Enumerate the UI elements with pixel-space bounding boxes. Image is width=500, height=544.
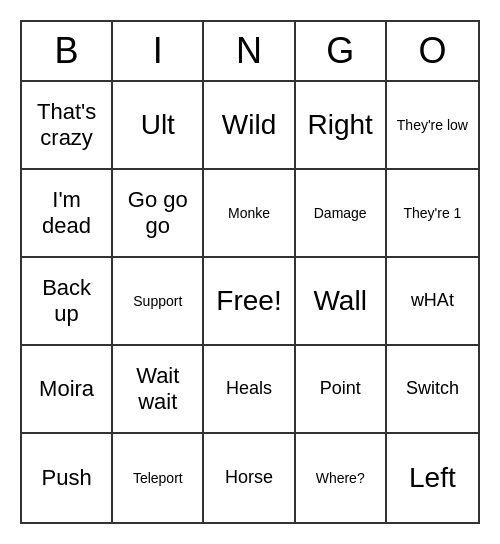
bingo-cell-17: Heals — [204, 346, 295, 434]
bingo-cell-22: Horse — [204, 434, 295, 522]
bingo-grid: That's crazyUltWildRightThey're lowI'm d… — [22, 82, 478, 522]
bingo-cell-20: Push — [22, 434, 113, 522]
bingo-cell-23: Where? — [296, 434, 387, 522]
bingo-cell-1: Ult — [113, 82, 204, 170]
bingo-cell-21: Teleport — [113, 434, 204, 522]
bingo-cell-18: Point — [296, 346, 387, 434]
bingo-cell-13: Wall — [296, 258, 387, 346]
bingo-cell-7: Monke — [204, 170, 295, 258]
header-letter-G: G — [296, 22, 387, 80]
bingo-cell-16: Wait wait — [113, 346, 204, 434]
bingo-cell-6: Go go go — [113, 170, 204, 258]
header-letter-N: N — [204, 22, 295, 80]
bingo-cell-3: Right — [296, 82, 387, 170]
bingo-cell-9: They're 1 — [387, 170, 478, 258]
bingo-cell-2: Wild — [204, 82, 295, 170]
bingo-cell-14: wHAt — [387, 258, 478, 346]
bingo-cell-24: Left — [387, 434, 478, 522]
bingo-cell-12: Free! — [204, 258, 295, 346]
bingo-cell-19: Switch — [387, 346, 478, 434]
bingo-cell-0: That's crazy — [22, 82, 113, 170]
bingo-cell-10: Back up — [22, 258, 113, 346]
bingo-cell-4: They're low — [387, 82, 478, 170]
bingo-cell-5: I'm dead — [22, 170, 113, 258]
bingo-cell-8: Damage — [296, 170, 387, 258]
header-letter-B: B — [22, 22, 113, 80]
bingo-card: BINGO That's crazyUltWildRightThey're lo… — [20, 20, 480, 524]
header-letter-O: O — [387, 22, 478, 80]
bingo-cell-15: Moira — [22, 346, 113, 434]
bingo-cell-11: Support — [113, 258, 204, 346]
bingo-header: BINGO — [22, 22, 478, 82]
header-letter-I: I — [113, 22, 204, 80]
